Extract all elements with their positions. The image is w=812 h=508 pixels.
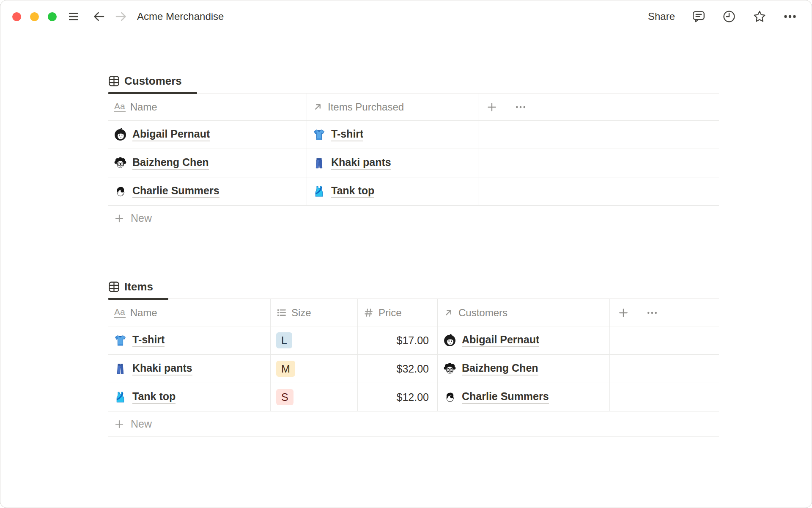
column-label: Price bbox=[379, 307, 402, 319]
avatar-baizheng bbox=[443, 362, 456, 375]
table-options-button[interactable] bbox=[515, 101, 527, 113]
column-header-items-purchased[interactable]: Items Purchased bbox=[307, 94, 478, 120]
page-title: Acme Merchandise bbox=[137, 11, 224, 22]
empty-cell bbox=[609, 326, 719, 354]
relation-link[interactable]: Charlie Summers bbox=[443, 390, 549, 404]
page-link[interactable]: Abigail Pernaut bbox=[114, 128, 210, 141]
table-options-button[interactable] bbox=[646, 307, 658, 319]
items-purchased-cell[interactable]: Tank top bbox=[307, 177, 478, 205]
page-link[interactable]: Khaki pants bbox=[114, 362, 192, 375]
avatar-baizheng bbox=[114, 157, 127, 170]
favorite-button[interactable] bbox=[753, 10, 766, 23]
column-header-price[interactable]: Price bbox=[357, 299, 437, 326]
customer-name: Charlie Summers bbox=[462, 390, 549, 404]
avatar-abigail bbox=[443, 334, 456, 347]
topbar-actions: Share bbox=[648, 10, 797, 23]
customers-cell[interactable]: Charlie Summers bbox=[437, 383, 609, 411]
page-link[interactable]: Charlie Summers bbox=[114, 185, 219, 198]
column-label: Customers bbox=[458, 307, 508, 319]
avatar-charlie bbox=[443, 391, 456, 404]
jeans-emoji bbox=[114, 362, 127, 375]
share-button[interactable]: Share bbox=[648, 11, 675, 22]
relation-link[interactable]: T-shirt bbox=[313, 128, 363, 141]
size-cell[interactable]: M bbox=[270, 355, 357, 383]
star-icon bbox=[753, 10, 766, 23]
items-purchased-cell[interactable]: Khaki pants bbox=[307, 149, 478, 177]
page-link[interactable]: T-shirt bbox=[114, 334, 165, 347]
table-row: T-shirt L $17.00 Abigail Pernaut bbox=[108, 326, 719, 355]
page-link[interactable]: Tank top bbox=[114, 390, 176, 404]
comments-button[interactable] bbox=[692, 10, 705, 23]
clock-icon bbox=[722, 10, 736, 23]
empty-cell bbox=[478, 121, 719, 149]
plus-icon bbox=[114, 213, 125, 224]
column-label: Name bbox=[130, 307, 157, 319]
item-name: Khaki pants bbox=[132, 362, 192, 375]
name-cell[interactable]: T-shirt bbox=[108, 326, 270, 354]
table-row: Baizheng Chen Khaki pants bbox=[108, 149, 719, 177]
relation-link[interactable]: Tank top bbox=[313, 185, 374, 198]
column-header-name[interactable]: Aa Name bbox=[108, 299, 270, 326]
close-window-button[interactable] bbox=[12, 12, 21, 21]
more-options-button[interactable] bbox=[783, 10, 797, 23]
avatar-charlie bbox=[114, 185, 127, 198]
customers-header-row: Aa Name Items Purchased bbox=[108, 94, 719, 121]
column-header-name[interactable]: Aa Name bbox=[108, 94, 307, 120]
back-button[interactable] bbox=[92, 10, 106, 23]
new-row-button[interactable]: New bbox=[108, 206, 719, 231]
relation-link[interactable]: Abigail Pernaut bbox=[443, 334, 539, 347]
add-property-button[interactable] bbox=[617, 307, 629, 319]
items-header-extra bbox=[609, 299, 719, 326]
text-property-icon: Aa bbox=[114, 102, 126, 112]
customers-cell[interactable]: Baizheng Chen bbox=[437, 355, 609, 383]
page-link[interactable]: Baizheng Chen bbox=[114, 156, 209, 170]
tab-items[interactable]: Items bbox=[108, 278, 168, 298]
sidebar-menu-button[interactable] bbox=[67, 10, 80, 23]
name-cell[interactable]: Tank top bbox=[108, 383, 270, 411]
tank-top-emoji bbox=[313, 185, 326, 198]
add-property-button[interactable] bbox=[486, 101, 498, 113]
relation-link[interactable]: Baizheng Chen bbox=[443, 362, 538, 375]
item-name: Tank top bbox=[132, 390, 176, 404]
customer-name: Baizheng Chen bbox=[132, 156, 209, 170]
new-row-button[interactable]: New bbox=[108, 411, 719, 437]
price-cell[interactable]: $17.00 bbox=[357, 326, 437, 354]
empty-cell bbox=[609, 355, 719, 383]
name-cell[interactable]: Abigail Pernaut bbox=[108, 121, 307, 149]
traffic-lights bbox=[12, 12, 57, 21]
plus-icon bbox=[114, 419, 125, 430]
column-label: Items Purchased bbox=[328, 101, 404, 113]
back-arrow-icon bbox=[92, 10, 106, 23]
customers-view-tabs: Customers bbox=[108, 72, 719, 94]
item-name: T-shirt bbox=[132, 334, 165, 347]
column-label: Name bbox=[130, 101, 157, 113]
name-cell[interactable]: Baizheng Chen bbox=[108, 149, 307, 177]
customers-cell[interactable]: Abigail Pernaut bbox=[437, 326, 609, 354]
new-row-label: New bbox=[131, 418, 152, 430]
price-cell[interactable]: $12.00 bbox=[357, 383, 437, 411]
tab-customers[interactable]: Customers bbox=[108, 72, 197, 93]
customers-header-extra bbox=[478, 94, 719, 120]
minimize-window-button[interactable] bbox=[30, 12, 39, 21]
tab-label: Items bbox=[124, 280, 153, 293]
column-label: Size bbox=[291, 307, 311, 319]
name-cell[interactable]: Charlie Summers bbox=[108, 177, 307, 205]
relation-link[interactable]: Khaki pants bbox=[313, 156, 391, 170]
name-cell[interactable]: Khaki pants bbox=[108, 355, 270, 383]
price-value: $17.00 bbox=[397, 334, 429, 347]
price-cell[interactable]: $32.00 bbox=[357, 355, 437, 383]
size-cell[interactable]: L bbox=[270, 326, 357, 354]
column-header-customers[interactable]: Customers bbox=[437, 299, 609, 326]
column-header-size[interactable]: Size bbox=[270, 299, 357, 326]
empty-cell bbox=[609, 383, 719, 411]
zoom-window-button[interactable] bbox=[48, 12, 57, 21]
items-purchased-cell[interactable]: T-shirt bbox=[307, 121, 478, 149]
forward-arrow-icon bbox=[114, 10, 128, 23]
page-content: Customers Aa Name Items Purchased bbox=[0, 72, 812, 437]
items-database: Items Aa Name Size Price Custo bbox=[108, 278, 719, 437]
size-cell[interactable]: S bbox=[270, 383, 357, 411]
updates-button[interactable] bbox=[722, 10, 736, 23]
top-bar: Acme Merchandise Share bbox=[0, 0, 812, 33]
table-icon bbox=[108, 281, 120, 293]
forward-button[interactable] bbox=[114, 10, 128, 23]
